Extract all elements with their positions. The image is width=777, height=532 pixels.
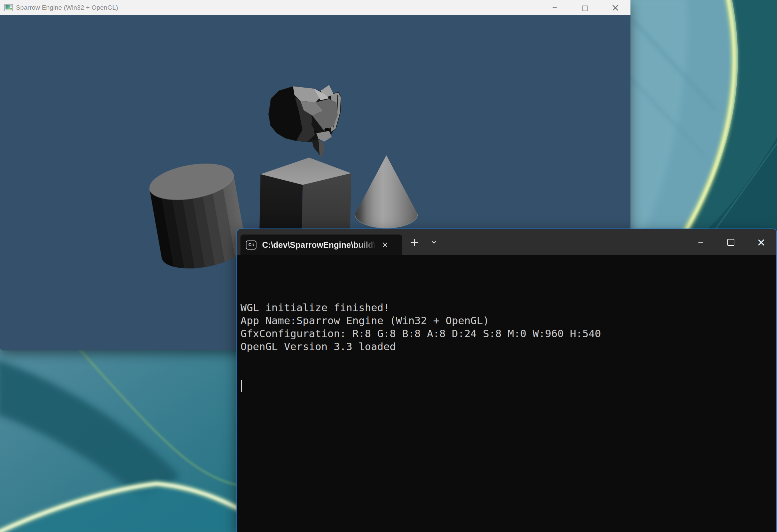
- terminal-tab[interactable]: C:\ C:\dev\SparrowEngine\build\ ×: [240, 234, 402, 255]
- terminal-maximize-button[interactable]: [716, 229, 746, 255]
- terminal-output-line: GfxConfiguration: R:8 G:8 B:8 A:8 D:24 S…: [240, 327, 772, 340]
- minimize-icon: ─: [553, 4, 557, 12]
- terminal-output-line: WGL initialize finished!: [240, 301, 772, 314]
- tabbar-drag-area[interactable]: [443, 229, 685, 255]
- terminal-tabbar[interactable]: C:\ C:\dev\SparrowEngine\build\ × +: [237, 229, 776, 255]
- terminal-output[interactable]: WGL initialize finished!App Name:Sparrow…: [237, 255, 776, 353]
- cone-mesh: [355, 155, 418, 228]
- sparrow-app-icon[interactable]: [4, 3, 13, 12]
- terminal-output-line: App Name:Sparrow Engine (Win32 + OpenGL): [240, 314, 772, 327]
- sparrow-maximize-button[interactable]: □: [570, 0, 600, 15]
- monkey-head-mesh: [268, 85, 341, 156]
- sparrow-titlebar[interactable]: Sparrow Engine (Win32 + OpenGL) ─ □ ×: [0, 0, 631, 15]
- close-icon: ×: [757, 236, 766, 248]
- cylinder-mesh: [146, 158, 248, 275]
- sparrow-minimize-button[interactable]: ─: [540, 0, 570, 15]
- terminal-cursor: [241, 380, 242, 392]
- sparrow-window-title: Sparrow Engine (Win32 + OpenGL): [16, 4, 540, 11]
- terminal-minimize-button[interactable]: ─: [685, 229, 716, 255]
- new-tab-button[interactable]: +: [406, 234, 423, 250]
- plus-icon: +: [410, 235, 420, 249]
- desktop: Sparrow Engine (Win32 + OpenGL) ─ □ ×: [0, 0, 777, 532]
- cmd-prompt-icon: C:\: [246, 240, 256, 249]
- minimize-icon: ─: [698, 238, 703, 246]
- maximize-icon: [728, 239, 734, 246]
- close-icon: ×: [611, 2, 620, 13]
- close-icon: ×: [382, 241, 388, 249]
- chevron-down-icon: [431, 239, 437, 245]
- sparrow-close-button[interactable]: ×: [600, 0, 631, 15]
- tab-close-button[interactable]: ×: [379, 239, 391, 251]
- maximize-icon: □: [582, 4, 588, 12]
- terminal-tab-title: C:\dev\SparrowEngine\build\: [262, 240, 378, 250]
- tab-dropdown-button[interactable]: [425, 234, 443, 250]
- terminal-window: C:\ C:\dev\SparrowEngine\build\ × +: [236, 228, 777, 532]
- terminal-output-line: OpenGL Version 3.3 loaded: [240, 340, 772, 353]
- terminal-close-button[interactable]: ×: [746, 229, 776, 255]
